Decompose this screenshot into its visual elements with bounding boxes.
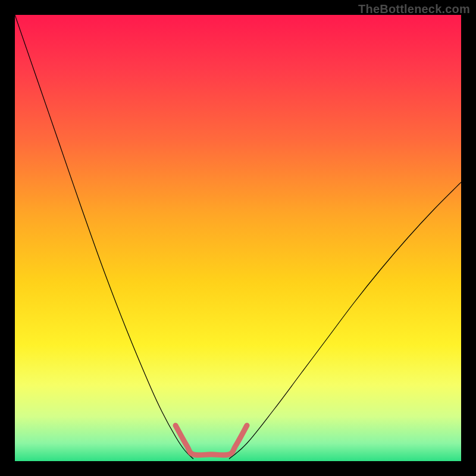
plot-area <box>15 15 461 461</box>
bottleneck-chart <box>15 15 461 461</box>
watermark-text: TheBottleneck.com <box>358 2 470 16</box>
gradient-background <box>15 15 461 461</box>
chart-frame: TheBottleneck.com <box>0 0 476 476</box>
